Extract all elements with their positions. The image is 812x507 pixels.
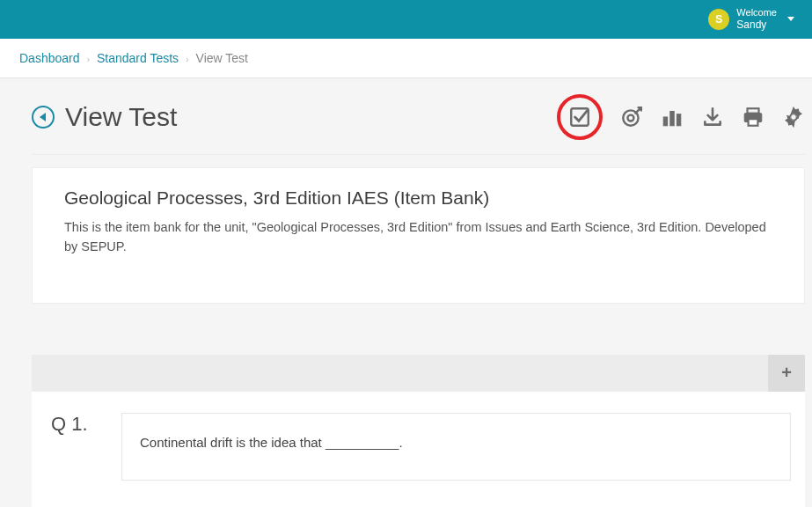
stats-button[interactable] (661, 106, 684, 129)
arrow-left-icon (40, 113, 46, 121)
question-number: Q 1. (51, 413, 100, 481)
breadcrumb-standard-tests[interactable]: Standard Tests (97, 51, 179, 65)
svg-point-9 (791, 114, 797, 121)
back-button[interactable] (32, 106, 55, 129)
user-text: Welcome Sandy (736, 7, 777, 32)
test-title: Geological Processes, 3rd Edition IAES (… (64, 187, 772, 209)
download-icon (701, 106, 724, 129)
svg-rect-8 (749, 119, 758, 126)
toolbar (557, 94, 805, 140)
question-header-bar: + (32, 355, 805, 392)
svg-rect-5 (677, 114, 680, 126)
svg-rect-6 (748, 108, 759, 113)
download-button[interactable] (701, 106, 724, 129)
chevron-down-icon (787, 17, 794, 21)
top-bar: S Welcome Sandy (0, 0, 812, 39)
expand-question-button[interactable]: + (768, 355, 805, 392)
avatar: S (708, 9, 729, 30)
breadcrumb-dashboard[interactable]: Dashboard (19, 51, 80, 65)
page-title: View Test (65, 102, 177, 132)
page-header: View Test (32, 78, 805, 155)
settings-button[interactable] (782, 106, 805, 129)
welcome-label: Welcome (736, 7, 777, 18)
question-text: Continental drift is the idea that _____… (121, 413, 791, 481)
check-button[interactable] (557, 94, 603, 140)
user-menu[interactable]: S Welcome Sandy (708, 7, 794, 32)
breadcrumb-current: View Test (196, 51, 248, 65)
test-info-card: Geological Processes, 3rd Edition IAES (… (32, 167, 805, 304)
print-button[interactable] (742, 106, 764, 129)
svg-point-2 (627, 115, 633, 121)
breadcrumb-separator: › (86, 54, 90, 64)
gear-icon (782, 106, 805, 129)
breadcrumb: Dashboard › Standard Tests › View Test (0, 39, 812, 78)
user-name: Sandy (736, 18, 777, 31)
check-icon (568, 106, 591, 129)
target-button[interactable] (620, 106, 643, 129)
target-icon (620, 106, 643, 129)
question-block: + Q 1. Continental drift is the idea tha… (32, 355, 805, 507)
svg-rect-4 (670, 112, 674, 126)
breadcrumb-separator: › (186, 54, 189, 64)
test-description: This is the item bank for the unit, "Geo… (64, 217, 772, 257)
bar-chart-icon (661, 106, 684, 129)
svg-rect-3 (663, 117, 667, 126)
print-icon (742, 106, 764, 129)
